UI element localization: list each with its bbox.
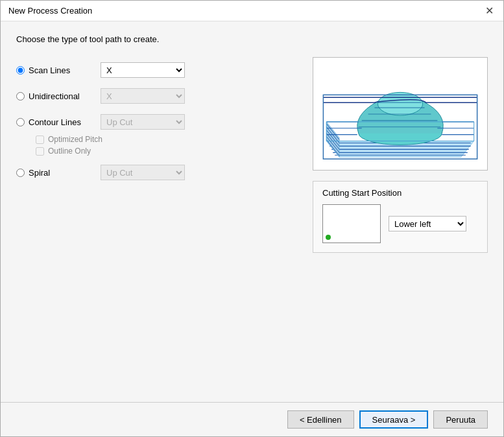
cutting-start-inner: Lower left Lower right Upper left Upper … (322, 204, 478, 243)
close-button[interactable]: ✕ (483, 5, 496, 18)
dialog-title: New Process Creation (8, 6, 92, 16)
contour-lines-text: Contour Lines (29, 117, 81, 127)
contour-lines-radio[interactable] (16, 118, 25, 126)
cancel-button[interactable]: Peruuta (433, 410, 488, 429)
next-button[interactable]: Seuraava > (359, 410, 429, 429)
dialog-footer: < Edellinen Seuraava > Peruuta (1, 402, 503, 436)
back-button[interactable]: < Edellinen (287, 410, 354, 429)
scan-lines-row: Scan Lines X Y (16, 57, 300, 83)
spiral-radio[interactable] (16, 169, 25, 177)
unidirectional-text: Unidirectional (29, 91, 80, 101)
svg-point-15 (378, 92, 422, 115)
position-dot (326, 235, 331, 240)
optimized-pitch-label: Optimized Pitch (36, 135, 300, 144)
outline-only-checkbox (36, 147, 44, 156)
dialog-body: Choose the type of tool path to create. … (1, 21, 503, 402)
unidirectional-select[interactable]: X Y (101, 88, 185, 104)
contour-sub-options: Optimized Pitch Outline Only (36, 135, 300, 159)
cutting-start-label: Cutting Start Position (322, 188, 478, 198)
contour-lines-select[interactable]: Up Cut Down Cut (101, 114, 185, 130)
unidirectional-label[interactable]: Unidirectional (16, 91, 94, 101)
contour-lines-row: Contour Lines Up Cut Down Cut (16, 109, 300, 135)
scan-lines-text: Scan Lines (29, 65, 70, 75)
spiral-label[interactable]: Spiral (16, 168, 94, 178)
unidirectional-radio[interactable] (16, 92, 25, 100)
spiral-text: Spiral (29, 168, 50, 178)
outline-only-label: Outline Only (36, 147, 300, 156)
dialog-window: New Process Creation ✕ Choose the type o… (0, 0, 504, 437)
spiral-row: Spiral Up Cut Down Cut (16, 159, 300, 185)
outline-only-text: Outline Only (48, 147, 91, 156)
unidirectional-row: Unidirectional X Y (16, 83, 300, 109)
spiral-select[interactable]: Up Cut Down Cut (101, 165, 185, 180)
title-bar: New Process Creation ✕ (1, 1, 503, 21)
scan-lines-radio[interactable] (16, 66, 25, 75)
main-content: Scan Lines X Y Unidirectional X Y (16, 57, 488, 389)
preview-box (313, 57, 488, 171)
contour-lines-label[interactable]: Contour Lines (16, 117, 94, 127)
instruction-text: Choose the type of tool path to create. (16, 34, 488, 44)
preview-svg (313, 58, 487, 170)
cutting-start-section: Cutting Start Position Lower left Lower … (313, 181, 488, 253)
scan-lines-select[interactable]: X Y (101, 62, 185, 78)
left-panel: Scan Lines X Y Unidirectional X Y (16, 57, 300, 389)
right-panel: Cutting Start Position Lower left Lower … (313, 57, 488, 389)
position-select[interactable]: Lower left Lower right Upper left Upper … (389, 216, 466, 231)
optimized-pitch-checkbox (36, 136, 44, 144)
scan-lines-label[interactable]: Scan Lines (16, 65, 94, 75)
optimized-pitch-text: Optimized Pitch (48, 135, 102, 144)
position-preview-box (322, 204, 381, 243)
